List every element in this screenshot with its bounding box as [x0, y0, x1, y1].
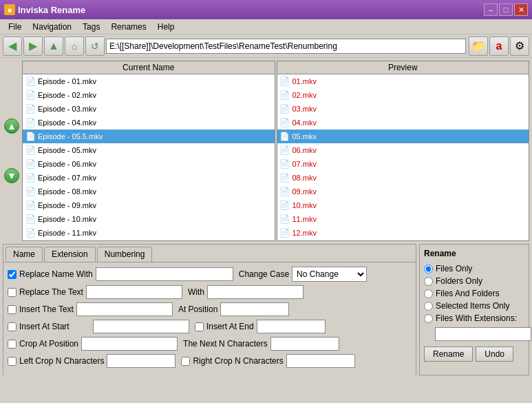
right-crop-checkbox[interactable]	[181, 357, 190, 366]
preview-item[interactable]: 📄11.mkv	[277, 212, 529, 226]
preview-name: 04.mkv	[292, 118, 317, 127]
insert-end-checkbox[interactable]	[195, 322, 204, 331]
preview-item[interactable]: 📄05.mkv	[277, 130, 529, 143]
radio-files-and-folders-input[interactable]	[424, 289, 433, 298]
replace-name-checkbox[interactable]	[8, 270, 17, 279]
file-icon: 📄	[280, 187, 290, 196]
folder-icon-btn[interactable]: 📁	[469, 37, 488, 56]
move-down-arrow[interactable]: ▼	[4, 168, 19, 183]
with-input[interactable]	[207, 285, 304, 299]
minimize-button[interactable]: –	[484, 3, 498, 16]
insert-text-input[interactable]	[76, 302, 173, 316]
file-item[interactable]: 📄Episode - 09.mkv	[23, 198, 275, 212]
menu-renames[interactable]: Renames	[105, 21, 151, 33]
preview-item[interactable]: 📄01.mkv	[277, 74, 529, 88]
file-item[interactable]: 📄Episode - 02.mkv	[23, 88, 275, 102]
home-button[interactable]: ⌂	[65, 37, 84, 56]
insert-start-input[interactable]	[93, 320, 189, 333]
preview-item[interactable]: 📄07.mkv	[277, 157, 529, 171]
left-crop-input[interactable]	[107, 354, 175, 368]
insert-start-checkbox-label[interactable]: Insert At Start	[8, 322, 90, 331]
radio-folders-only-input[interactable]	[424, 277, 433, 286]
radio-files-and-folders[interactable]: Files And Folders	[424, 289, 524, 298]
file-item[interactable]: 📄Episode - 03.mkv	[23, 102, 275, 116]
file-icon: 📄	[280, 118, 290, 127]
undo-button[interactable]: Undo	[476, 347, 513, 362]
replace-name-input[interactable]	[96, 267, 233, 281]
radio-files-with-ext[interactable]: Files With Extensions:	[424, 313, 524, 323]
file-name: Episode - 11.mkv	[38, 229, 96, 237]
replace-name-checkbox-label[interactable]: Replace Name With	[8, 269, 93, 279]
preview-item[interactable]: 📄13.mkv	[277, 240, 529, 241]
radio-selected-only-label: Selected Items Only	[436, 301, 509, 311]
menu-navigation[interactable]: Navigation	[27, 21, 77, 33]
change-case-select[interactable]: No Change Lowercase Uppercase Title Case…	[292, 267, 367, 282]
tab-extension[interactable]: Extension	[44, 247, 96, 262]
close-button[interactable]: ✕	[514, 3, 528, 16]
radio-files-with-ext-input[interactable]	[424, 314, 433, 323]
insert-text-checkbox[interactable]	[8, 305, 17, 314]
menu-tags[interactable]: Tags	[77, 21, 105, 33]
preview-name: 08.mkv	[292, 174, 317, 182]
address-bar[interactable]	[106, 39, 466, 54]
preview-name: 11.mkv	[292, 215, 317, 223]
insert-end-checkbox-label[interactable]: Insert At End	[195, 322, 254, 331]
at-position-input[interactable]	[220, 302, 289, 316]
tab-name[interactable]: Name	[6, 247, 43, 262]
move-up-arrow[interactable]: ▲	[4, 118, 19, 134]
right-crop-input[interactable]	[286, 354, 355, 368]
file-item[interactable]: 📄Episode - 12.mkv	[23, 240, 275, 241]
preview-item[interactable]: 📄03.mkv	[277, 102, 529, 116]
replace-text-input[interactable]	[86, 285, 182, 299]
right-crop-checkbox-label[interactable]: Right Crop N Characters	[181, 356, 283, 366]
menu-help[interactable]: Help	[152, 21, 180, 33]
file-item[interactable]: 📄Episode - 07.mkv	[23, 171, 275, 185]
left-crop-checkbox[interactable]	[8, 357, 17, 366]
preview-item[interactable]: 📄06.mkv	[277, 143, 529, 157]
file-item[interactable]: 📄Episode - 04.mkv	[23, 116, 275, 130]
file-item[interactable]: 📄Episode - 01.mkv	[23, 74, 275, 88]
radio-selected-only[interactable]: Selected Items Only	[424, 301, 524, 311]
extension-input[interactable]	[435, 327, 531, 341]
file-item[interactable]: 📄Episode - 05.mkv	[23, 143, 275, 157]
preview-item[interactable]: 📄10.mkv	[277, 198, 529, 212]
refresh-button[interactable]: ↺	[85, 37, 105, 56]
file-item[interactable]: 📄Episode - 11.mkv	[23, 226, 275, 240]
radio-files-only-input[interactable]	[424, 265, 433, 273]
preview-item[interactable]: 📄09.mkv	[277, 185, 529, 198]
preview-item[interactable]: 📄02.mkv	[277, 88, 529, 102]
left-crop-checkbox-label[interactable]: Left Crop N Characters	[8, 356, 104, 366]
crop-position-checkbox[interactable]	[8, 340, 17, 349]
radio-selected-only-input[interactable]	[424, 302, 433, 311]
rename-button[interactable]: Rename	[424, 347, 473, 362]
menu-file[interactable]: File	[3, 21, 27, 33]
file-item[interactable]: 📄Episode - 10.mkv	[23, 212, 275, 226]
insert-end-input[interactable]	[257, 320, 326, 333]
replace-text-row: Replace The Text With	[8, 285, 412, 299]
preview-item[interactable]: 📄12.mkv	[277, 226, 529, 240]
replace-text-checkbox[interactable]	[8, 288, 17, 297]
file-item[interactable]: 📄Episode - 08.mkv	[23, 185, 275, 198]
back-button[interactable]: ◀	[3, 37, 22, 56]
file-icon: 📄	[280, 228, 290, 238]
next-n-chars-input[interactable]	[270, 337, 339, 351]
file-name: Episode - 06.mkv	[38, 160, 96, 168]
preview-item[interactable]: 📄04.mkv	[277, 116, 529, 130]
file-item[interactable]: 📄Episode - 06.mkv	[23, 157, 275, 171]
preview-item[interactable]: 📄08.mkv	[277, 171, 529, 185]
settings-icon-btn[interactable]: ⚙	[510, 37, 529, 56]
replace-text-checkbox-label[interactable]: Replace The Text	[8, 287, 83, 297]
up-button[interactable]: ▲	[44, 37, 63, 56]
insert-start-checkbox[interactable]	[8, 322, 17, 331]
radio-folders-only[interactable]: Folders Only	[424, 276, 524, 286]
forward-button[interactable]: ▶	[23, 37, 43, 56]
crop-position-input[interactable]	[81, 337, 178, 351]
crop-position-checkbox-label[interactable]: Crop At Position	[8, 339, 78, 349]
radio-files-only[interactable]: Files Only	[424, 264, 524, 273]
maximize-button[interactable]: □	[499, 3, 513, 16]
insert-text-checkbox-label[interactable]: Insert The Text	[8, 304, 74, 314]
preview-name: 09.mkv	[292, 187, 317, 196]
internet-icon-btn[interactable]: a	[489, 37, 509, 56]
file-item[interactable]: 📄Episode - 05.5.mkv	[23, 130, 275, 143]
tab-numbering[interactable]: Numbering	[97, 247, 153, 262]
